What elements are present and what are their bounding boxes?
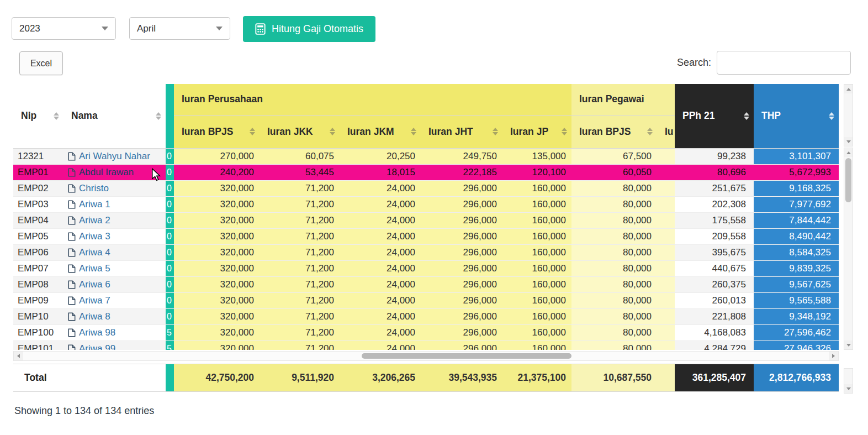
scroll-up-button[interactable]	[844, 85, 853, 93]
table-row[interactable]: EMP10 Ariwa 8 0 320,000 71,200 24,000 29…	[13, 309, 839, 325]
scrollbar-track[interactable]	[844, 369, 853, 384]
employee-pdf-link[interactable]: Abdul Irawan	[68, 167, 160, 178]
hitung-gaji-button[interactable]: Hitung Gaji Otomatis	[243, 16, 375, 42]
pph21-cell: 260,375	[675, 277, 754, 293]
nama-cell: Ariwa 4	[63, 245, 166, 261]
entries-info: Showing 1 to 134 of 134 entries	[14, 405, 154, 417]
scrollbar-track[interactable]	[844, 157, 853, 340]
excel-button[interactable]: Excel	[19, 51, 63, 75]
horizontal-scrollbar-thumb[interactable]	[362, 353, 571, 359]
sort-icons[interactable]	[829, 112, 834, 120]
body-vertical-scrollbar[interactable]	[844, 148, 853, 350]
iuran-jp-cell: 160,000	[502, 197, 571, 213]
table-row[interactable]: EMP04 Ariwa 2 0 320,000 71,200 24,000 29…	[13, 213, 839, 229]
sort-asc-icon	[54, 112, 59, 116]
employee-pdf-link[interactable]: Ariwa 6	[68, 279, 160, 290]
col-header-iuran-jp[interactable]: Iuran JP	[502, 115, 571, 148]
table-row[interactable]: EMP02 Christo 0 320,000 71,200 24,000 29…	[13, 181, 839, 197]
employee-pdf-link[interactable]: Ariwa 5	[68, 263, 160, 274]
sort-desc-icon	[250, 132, 255, 135]
horizontal-scrollbar[interactable]	[13, 351, 839, 361]
employee-pdf-link[interactable]: Ariwa 2	[68, 215, 160, 226]
vertical-scrollbar-thumb[interactable]	[845, 158, 851, 202]
employee-pdf-link[interactable]: Ari Wahyu Nahar	[68, 151, 160, 162]
employee-pdf-link[interactable]: Ariwa 4	[68, 247, 160, 258]
scroll-down-button[interactable]	[844, 137, 853, 146]
iuran-jp-cell: 160,000	[502, 309, 571, 325]
table-row[interactable]: EMP101 Ariwa 99 5 320,000 71,200 24,000 …	[13, 341, 839, 350]
employee-pdf-link[interactable]: Ariwa 1	[68, 199, 160, 210]
iuran-jkm-cell: 20,250	[340, 149, 421, 165]
table-row[interactable]: EMP05 Ariwa 3 0 320,000 71,200 24,000 29…	[13, 229, 839, 245]
employee-pdf-link[interactable]: Ariwa 3	[68, 231, 160, 242]
table-row[interactable]: EMP01 Abdul Irawan 0 240,200 53,445 18,0…	[13, 165, 839, 181]
col-header-iuran-jht[interactable]: Iuran JHT	[421, 115, 502, 148]
employee-pdf-link[interactable]: Christo	[68, 183, 160, 194]
scroll-right-button[interactable]	[829, 352, 838, 360]
col-header-pph21[interactable]: PPh 21	[675, 84, 754, 148]
employee-name: Ariwa 5	[79, 263, 110, 274]
arrow-down-icon	[846, 140, 851, 143]
table-row[interactable]: EMP07 Ariwa 5 0 320,000 71,200 24,000 29…	[13, 261, 839, 277]
total-iuran-jkm: 3,206,265	[340, 364, 421, 391]
pdf-icon	[68, 328, 76, 337]
table-row[interactable]: EMP08 Ariwa 6 0 320,000 71,200 24,000 29…	[13, 277, 839, 293]
iuran-jp-cell: 160,000	[502, 325, 571, 341]
iuran-jht-cell: 296,000	[421, 309, 502, 325]
iuran-bpjs-pegawai-cell: 67,500	[571, 149, 657, 165]
sort-icons[interactable]	[562, 128, 567, 135]
sort-icons[interactable]	[330, 128, 335, 135]
col-header-nip[interactable]: Nip	[13, 84, 63, 148]
table-row[interactable]: EMP09 Ariwa 7 0 320,000 71,200 24,000 29…	[13, 293, 839, 309]
sort-icons[interactable]	[156, 112, 161, 120]
iuran-bpjs-cell: 320,000	[174, 309, 260, 325]
table-row[interactable]: EMP03 Ariwa 1 0 320,000 71,200 24,000 29…	[13, 197, 839, 213]
total-iuran-jht: 39,543,935	[421, 364, 502, 391]
scrollbar-track[interactable]	[844, 93, 853, 137]
col-header-clipped[interactable]: Iu	[657, 115, 675, 148]
table-row[interactable]: EMP06 Ariwa 4 0 320,000 71,200 24,000 29…	[13, 245, 839, 261]
col-header-nama[interactable]: Nama	[63, 84, 166, 148]
clipped-column-cell: 0	[166, 309, 174, 325]
employee-pdf-link[interactable]: Ariwa 98	[68, 327, 160, 338]
iuran-jht-cell: 296,000	[421, 325, 502, 341]
sort-icons[interactable]	[250, 128, 255, 135]
employee-pdf-link[interactable]: Ariwa 99	[68, 343, 160, 350]
col-header-iuran-bpjs-pegawai[interactable]: Iuran BPJS	[571, 115, 657, 148]
scroll-up-button[interactable]	[844, 148, 853, 157]
employee-pdf-link[interactable]: Ariwa 8	[68, 311, 160, 322]
iuran-bpjs-pegawai-cell: 80,000	[571, 229, 657, 245]
search-input[interactable]	[717, 51, 851, 75]
month-select-value: April	[137, 23, 156, 34]
employee-name: Ariwa 1	[79, 199, 110, 210]
sort-desc-icon	[54, 117, 59, 120]
month-select[interactable]: April	[129, 17, 230, 40]
nama-cell: Ariwa 98	[63, 325, 166, 341]
total-iuran-jkk: 9,511,920	[260, 364, 340, 391]
table-row[interactable]: EMP100 Ariwa 98 5 320,000 71,200 24,000 …	[13, 325, 839, 341]
sort-desc-icon	[744, 117, 749, 120]
scroll-down-button[interactable]	[844, 340, 853, 349]
col-header-iuran-bpjs-perusahaan[interactable]: Iuran BPJS	[174, 115, 260, 148]
sort-icons[interactable]	[54, 112, 59, 120]
employee-name: Ariwa 99	[79, 343, 115, 350]
header-vertical-scrollbar[interactable]	[844, 84, 853, 146]
employee-pdf-link[interactable]: Ariwa 7	[68, 295, 160, 306]
nip-cell: EMP06	[13, 245, 63, 261]
footer-vertical-scrollbar[interactable]	[844, 368, 853, 394]
sort-icons[interactable]	[744, 112, 749, 120]
sort-icons[interactable]	[647, 128, 653, 135]
table-body-viewport: 12321 Ari Wahyu Nahar 0 270,000 60,075 2…	[13, 149, 839, 350]
iuran-jkk-cell: 71,200	[260, 229, 340, 245]
col-header-iuran-jkm[interactable]: Iuran JKM	[340, 115, 421, 148]
scroll-down-button[interactable]	[844, 384, 853, 393]
scroll-left-button[interactable]	[14, 352, 23, 360]
sort-icons[interactable]	[493, 128, 498, 135]
col-header-thp[interactable]: THP	[754, 84, 839, 148]
sort-icons[interactable]	[411, 128, 416, 135]
iuran-bpjs-pegawai-cell: 60,050	[571, 165, 657, 181]
iuran-bpjs-cell: 270,000	[174, 149, 260, 165]
col-header-iuran-jkk[interactable]: Iuran JKK	[260, 115, 340, 148]
table-row[interactable]: 12321 Ari Wahyu Nahar 0 270,000 60,075 2…	[13, 149, 839, 165]
year-select[interactable]: 2023	[12, 17, 116, 40]
